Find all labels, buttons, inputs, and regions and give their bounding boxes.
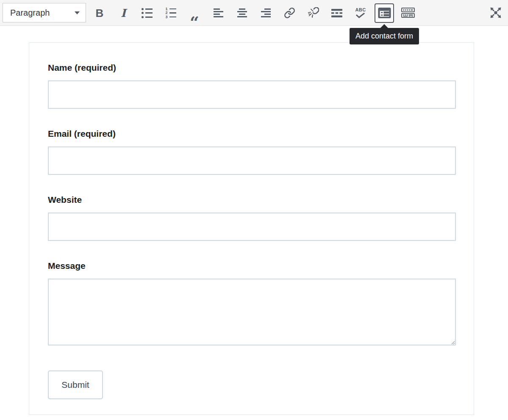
blockquote-button[interactable]: “ (186, 5, 203, 22)
numbered-list-icon: 1 2 3 (165, 8, 176, 18)
form-field-email: Email (required) (48, 129, 456, 175)
spellcheck-icon: ABC (355, 8, 366, 18)
form-field-name: Name (required) (48, 63, 456, 109)
editor-toolbar: Paragraph B I 1 2 3 “ (0, 0, 508, 26)
insert-more-tag-button[interactable] (328, 5, 345, 22)
keyboard-icon (401, 7, 415, 19)
spellcheck-button[interactable]: ABC (352, 5, 369, 22)
format-select-value: Paragraph (10, 8, 50, 18)
more-tag-icon (331, 8, 342, 18)
email-input[interactable] (48, 146, 456, 175)
bold-button[interactable]: B (91, 5, 108, 22)
form-field-website: Website (48, 195, 456, 241)
website-field-label: Website (48, 195, 456, 204)
fullscreen-icon (489, 6, 502, 19)
tooltip-text: Add contact form (355, 32, 413, 40)
form-field-message: Message (48, 261, 456, 345)
contact-form-preview: Name (required) Email (required) Website… (29, 42, 474, 415)
align-right-button[interactable] (257, 5, 274, 22)
bulleted-list-icon (142, 8, 153, 18)
bold-icon: B (96, 8, 104, 19)
message-field-label: Message (48, 261, 456, 271)
align-left-button[interactable] (210, 5, 227, 22)
keyboard-button[interactable] (400, 5, 416, 22)
align-right-icon (261, 8, 271, 17)
bulleted-list-button[interactable] (139, 5, 155, 22)
submit-button[interactable]: Submit (48, 370, 103, 399)
contact-form-icon (378, 7, 391, 19)
align-center-button[interactable] (233, 5, 250, 22)
email-field-label: Email (required) (48, 129, 456, 138)
toolbar-button-group: B I 1 2 3 “ (91, 4, 423, 22)
website-input[interactable] (48, 213, 456, 241)
fullscreen-button[interactable] (487, 4, 504, 21)
insert-link-button[interactable] (281, 5, 298, 22)
chevron-down-icon (75, 11, 80, 14)
tooltip-add-contact-form: Add contact form (350, 28, 419, 44)
name-field-label: Name (required) (48, 63, 456, 72)
align-left-icon (214, 8, 223, 17)
message-textarea[interactable] (48, 279, 456, 345)
link-icon (284, 7, 295, 19)
paragraph-format-select[interactable]: Paragraph (3, 3, 86, 22)
remove-link-button[interactable] (305, 5, 322, 22)
italic-button[interactable]: I (115, 5, 132, 22)
align-center-icon (237, 8, 247, 17)
unlink-icon (308, 7, 319, 19)
name-input[interactable] (48, 80, 456, 109)
italic-icon: I (121, 8, 126, 19)
add-contact-form-button[interactable] (375, 3, 394, 23)
numbered-list-button[interactable]: 1 2 3 (162, 5, 179, 22)
